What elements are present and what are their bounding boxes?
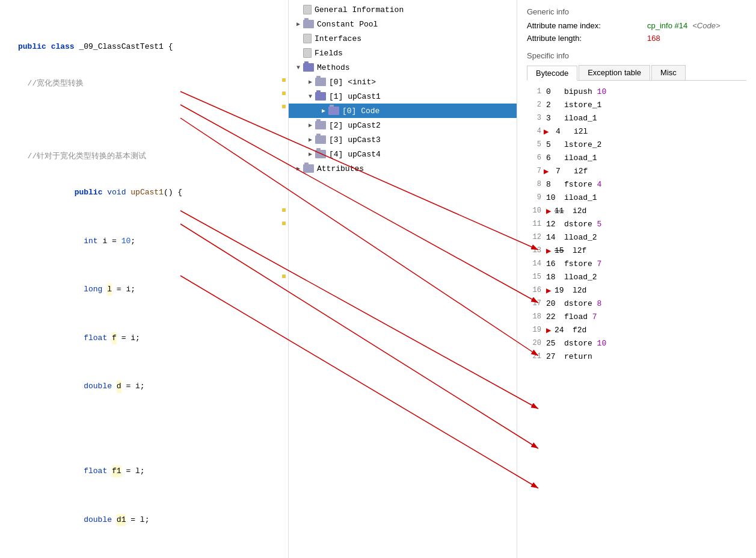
code-line-2: //宽化类型转换	[0, 78, 288, 90]
bc-row-20: 20 25 dstore 10	[527, 337, 746, 350]
tree-label-init: [0] <init>	[329, 78, 376, 87]
tree-item-upcast4[interactable]: ▶ [4] upCast4	[289, 147, 517, 161]
attr-length-row: Attribute length: 168	[527, 34, 746, 43]
bc-instr-3: iload_1	[564, 113, 597, 125]
generic-info-title: Generic info	[527, 7, 746, 16]
bc-offset-19: 24	[555, 324, 573, 337]
bc-offset-5: 5	[546, 139, 564, 152]
code-editor: public class _09_ClassCastTest1 { //宽化类型…	[0, 0, 288, 558]
content-wrapper: public class _09_ClassCastTest1 { //宽化类型…	[0, 0, 756, 558]
bc-row-5: 5 5 lstore_2	[527, 138, 746, 152]
bc-row-8: 8 8 fstore 4	[527, 178, 746, 191]
tree-item-interfaces[interactable]: Interfaces	[289, 31, 517, 46]
tree-icon-fields	[303, 48, 312, 58]
bc-row-16: 16 ▶ 19 l2d	[527, 284, 746, 297]
tree-item-upcast2[interactable]: ▶ [2] upCast2	[289, 118, 517, 132]
tree-label-methods: Methods	[317, 63, 350, 72]
specific-info-title: Specific info	[527, 51, 746, 60]
bc-linenum-17: 17	[527, 298, 541, 309]
bc-offset-6: 6	[546, 152, 564, 165]
bc-offset-18: 22	[546, 311, 564, 324]
attr-length-label: Attribute length:	[527, 34, 647, 43]
tree-item-constant-pool[interactable]: ▶ Constant Pool	[289, 17, 517, 31]
bc-instr-20: dstore	[564, 338, 597, 350]
bc-row-12: 12 14 lload_2	[527, 231, 746, 244]
bc-arrow-19: ▶	[546, 324, 551, 337]
tree-item-general[interactable]: General Information	[289, 2, 517, 17]
bc-offset-20: 25	[546, 338, 564, 350]
bc-row-2: 2 2 istore_1	[527, 99, 746, 112]
bc-offset-9: 10	[546, 192, 564, 205]
bc-linenum-20: 20	[527, 338, 541, 349]
tree-icon-code	[328, 107, 339, 115]
bc-offset-11: 12	[546, 219, 564, 231]
bc-row-19: 19 ▶ 24 f2d	[527, 324, 746, 337]
bc-offset-10: 11	[555, 205, 573, 218]
tree-arrow-upcast2: ▶	[306, 122, 315, 129]
tree-icon-upcast4	[315, 150, 326, 158]
bc-row-21: 21 27 return	[527, 350, 746, 364]
bc-arg-17: 8	[597, 298, 602, 311]
bc-arg-11: 5	[597, 219, 602, 231]
gutter-mark-4	[282, 208, 286, 212]
bc-offset-17: 20	[546, 298, 564, 311]
bc-instr-16: l2d	[573, 285, 586, 297]
tree-arrow-upcast1: ▼	[306, 93, 315, 100]
bc-row-10: 10 ▶ 11 i2d	[527, 205, 746, 218]
code-line-10	[0, 429, 288, 441]
bc-instr-18: fload	[564, 311, 592, 324]
code-line-3	[0, 114, 288, 126]
tree-item-upcast3[interactable]: ▶ [3] upCast3	[289, 132, 517, 147]
bc-instr-4: i2l	[574, 126, 588, 138]
bc-linenum-9: 9	[527, 192, 541, 203]
bc-offset-1: 0	[546, 86, 564, 99]
tree-label-upcast2: [2] upCast2	[329, 121, 381, 130]
tree-icon-constant-pool	[303, 20, 314, 28]
tree-item-upcast1[interactable]: ▼ [1] upCast1	[289, 89, 517, 104]
bc-row-6: 6 6 iload_1	[527, 152, 746, 165]
tree-item-attributes[interactable]: ▶ Attributes	[289, 161, 517, 176]
gutter-mark-6	[282, 274, 286, 278]
bc-linenum-7: 7	[527, 166, 541, 177]
code-line-5: public void upCast1() {	[0, 187, 288, 211]
tree-item-fields[interactable]: Fields	[289, 46, 517, 60]
bc-linenum-14: 14	[527, 258, 541, 270]
bc-linenum-3: 3	[527, 113, 541, 124]
tree-label-general: General Information	[315, 5, 404, 14]
code-line-9: double d = i;	[0, 380, 288, 405]
bc-linenum-11: 11	[527, 219, 541, 230]
tree-label-fields: Fields	[315, 49, 343, 58]
tab-bytecode[interactable]: Bytecode	[527, 66, 577, 81]
code-line-1: public class _09_ClassCastTest1 {	[0, 41, 288, 53]
tree-item-code[interactable]: ▶ [0] Code	[289, 104, 517, 118]
tab-exception-table[interactable]: Exception table	[579, 65, 650, 80]
gutter-mark-1	[282, 78, 286, 82]
bc-instr-15: lload_2	[564, 271, 597, 284]
bc-row-14: 14 16 fstore 7	[527, 258, 746, 271]
bc-linenum-18: 18	[527, 311, 541, 323]
tree-icon-upcast3	[315, 135, 326, 144]
tree-label-upcast3: [3] upCast3	[329, 135, 381, 144]
bc-row-1: 1 0 bipush 10	[527, 85, 746, 99]
bc-linenum-19: 19	[527, 324, 541, 336]
attr-length-value: 168	[647, 34, 660, 43]
code-panel: public class _09_ClassCastTest1 { //宽化类型…	[0, 0, 289, 558]
bc-linenum-12: 12	[527, 232, 541, 243]
tree-arrow-constant-pool: ▶	[293, 20, 303, 28]
attr-name-value[interactable]: cp_info #14	[647, 21, 687, 30]
tree-item-init[interactable]: ▶ [0] <init>	[289, 75, 517, 89]
tab-misc[interactable]: Misc	[651, 65, 686, 80]
tree-item-methods[interactable]: ▼ Methods	[289, 60, 517, 75]
main-container: public class _09_ClassCastTest1 { //宽化类型…	[0, 0, 756, 558]
bc-offset-2: 2	[546, 99, 564, 112]
tree-icon-upcast1	[315, 92, 326, 101]
bc-arg-1: 10	[597, 86, 607, 99]
bc-arg-14: 7	[597, 258, 602, 271]
bc-linenum-8: 8	[527, 179, 541, 190]
bc-linenum-10: 10	[527, 205, 541, 217]
bc-offset-8: 8	[546, 179, 564, 191]
gutter-mark-3	[282, 105, 286, 108]
bc-arrow-16: ▶	[546, 284, 551, 297]
bc-arrow-4: ▶	[544, 125, 549, 138]
bc-instr-5: lstore_2	[564, 139, 601, 152]
